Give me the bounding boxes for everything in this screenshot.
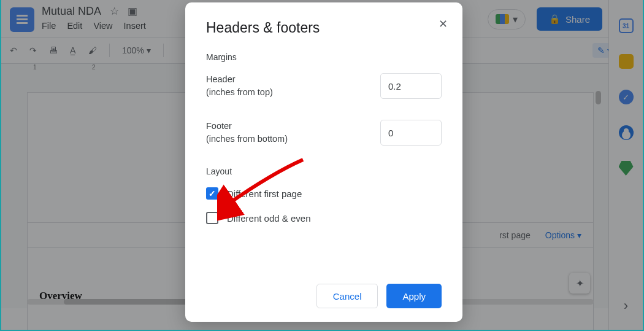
apply-button[interactable]: Apply xyxy=(386,284,442,308)
different-first-page-checkbox[interactable] xyxy=(206,187,218,200)
close-icon[interactable]: ✕ xyxy=(439,17,448,31)
footer-margin-sublabel: (inches from bottom) xyxy=(206,133,288,146)
header-margin-input[interactable] xyxy=(380,73,442,99)
cancel-button[interactable]: Cancel xyxy=(316,284,378,308)
headers-footers-dialog: ✕ Headers & footers Margins Header (inch… xyxy=(185,2,462,322)
dialog-title: Headers & footers xyxy=(206,20,442,36)
header-margin-label: Header xyxy=(206,73,273,86)
dialog-actions: Cancel Apply xyxy=(206,284,442,308)
layout-section-label: Layout xyxy=(206,166,442,176)
different-first-page-label: Different first page xyxy=(227,189,302,199)
header-margin-sublabel: (inches from top) xyxy=(206,86,273,99)
footer-margin-row: Footer (inches from bottom) xyxy=(206,120,442,146)
different-odd-even-label: Different odd & even xyxy=(227,213,310,224)
footer-margin-input[interactable] xyxy=(380,120,442,146)
different-first-page-row[interactable]: Different first page xyxy=(206,187,442,200)
different-odd-even-checkbox[interactable] xyxy=(206,212,218,224)
header-margin-row: Header (inches from top) xyxy=(206,73,442,99)
margins-section-label: Margins xyxy=(206,52,442,62)
footer-margin-label: Footer xyxy=(206,120,288,133)
different-odd-even-row[interactable]: Different odd & even xyxy=(206,212,442,224)
